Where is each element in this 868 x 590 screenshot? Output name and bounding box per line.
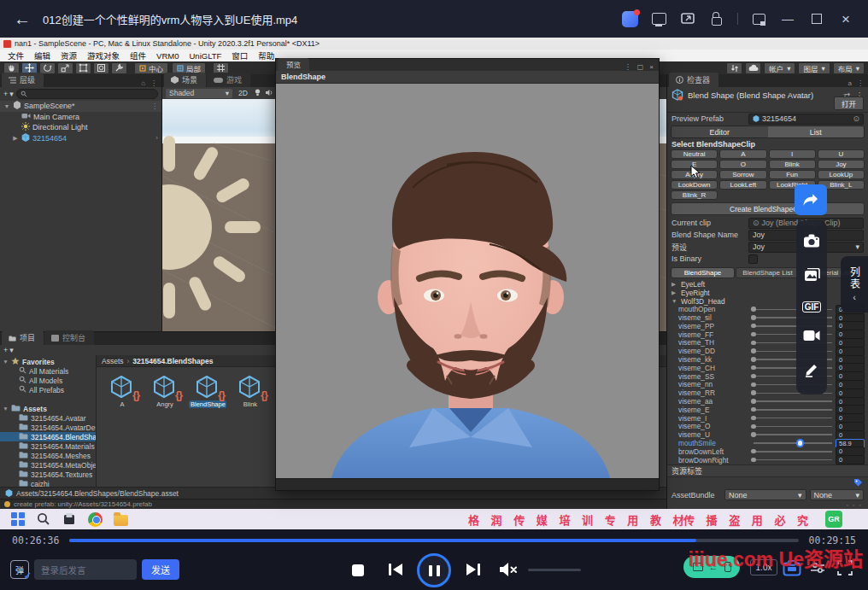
taskbar-search-icon[interactable] [37, 512, 51, 527]
explorer-icon[interactable] [114, 515, 128, 526]
breadcrumb-root[interactable]: Assets [102, 357, 124, 365]
slider-handle[interactable] [751, 399, 756, 404]
clip-button-a[interactable]: A [719, 149, 766, 159]
pause-button[interactable] [417, 553, 451, 587]
footer-icon[interactable]: ▫ [859, 502, 861, 508]
slider-handle[interactable] [751, 332, 756, 337]
seek-bar[interactable] [69, 539, 798, 542]
expand-arrow-icon[interactable]: ▶ [672, 289, 677, 296]
favorite-item-1[interactable]: All Models [0, 376, 96, 385]
cloud-icon[interactable] [745, 62, 761, 74]
mini-player-icon[interactable] [750, 10, 767, 27]
menu-item-7[interactable]: 窗口 [227, 50, 252, 61]
hierarchy-item-3[interactable]: ▶32154654› [0, 133, 161, 144]
slider-handle[interactable] [751, 390, 756, 395]
menu-item-3[interactable]: 游戏对象 [83, 50, 124, 61]
folder-item-4[interactable]: 32154654.Meshes [0, 451, 96, 460]
slider-handle[interactable] [751, 315, 756, 320]
collab-icon[interactable] [726, 62, 742, 74]
menu-item-1[interactable]: 编辑 [30, 50, 55, 61]
expand-arrow-icon[interactable]: ▼ [672, 298, 677, 304]
gif-record-icon[interactable]: GIF [802, 301, 822, 313]
minimize-icon[interactable]: — [779, 10, 796, 27]
2d-toggle[interactable]: 2D [236, 89, 250, 97]
assistant-icon[interactable] [622, 11, 638, 27]
transform-tool-icon[interactable] [93, 62, 109, 74]
rect-tool-icon[interactable] [75, 62, 91, 74]
slider-handle[interactable] [751, 424, 756, 429]
asset-tile-a[interactable]: {}A [105, 374, 139, 408]
avatar-preview[interactable] [276, 84, 659, 478]
shading-mode-dropdown[interactable]: Shaded ▾ [166, 89, 232, 98]
slider-handle[interactable] [751, 432, 756, 437]
expand-arrow-icon[interactable]: ▼ [3, 359, 9, 365]
folder-item-3[interactable]: 32154654.Materials [0, 441, 96, 451]
slider-handle[interactable] [751, 407, 756, 412]
tab-inspector[interactable]: 检查器 [669, 73, 718, 87]
menu-item-0[interactable]: 文件 [3, 50, 28, 61]
capture-frame-button[interactable] [783, 558, 801, 577]
video-record-icon[interactable] [803, 330, 820, 345]
assetbundle-variant-dropdown[interactable]: None ▾ [810, 489, 864, 500]
expand-arrow-icon[interactable]: ▼ [3, 103, 10, 109]
clip-button-i[interactable]: I [769, 149, 816, 159]
list-tab-1[interactable]: BlendShape List [736, 267, 800, 278]
windows-start-icon[interactable] [11, 512, 26, 527]
clip-button-lookdown[interactable]: LookDown [671, 180, 718, 190]
window-close-icon[interactable]: × [649, 63, 654, 71]
object-picker-icon[interactable]: ⊙ [853, 114, 859, 123]
panel-menu-icon[interactable]: ⋮ [150, 79, 157, 87]
slider-track[interactable] [754, 451, 832, 453]
slider-track[interactable] [754, 459, 832, 461]
camera-icon[interactable] [803, 234, 820, 251]
slider-track[interactable] [754, 426, 832, 428]
scene-lighting-icon[interactable] [254, 88, 261, 98]
tab-preview[interactable]: 预览 [278, 58, 309, 71]
favorites-root[interactable]: ▼Favorites [0, 357, 96, 366]
mode-tab-editor[interactable]: Editor [672, 126, 768, 137]
footer-icon[interactable]: ▫ [853, 502, 854, 508]
label-tag-icon[interactable] [853, 478, 863, 488]
stop-button[interactable] [352, 564, 364, 576]
favorite-item-2[interactable]: All Prefabs [0, 385, 96, 394]
slider-handle[interactable] [798, 441, 803, 446]
pivot-toggle-button[interactable]: 中心 [134, 62, 168, 74]
slider-track[interactable] [754, 418, 832, 419]
tab-hierarchy[interactable]: 层级 [2, 73, 44, 87]
taskbar-app-icon[interactable] [62, 512, 77, 527]
expand-arrow-icon[interactable]: ▶ [12, 135, 19, 142]
tab-project[interactable]: 项目 [2, 330, 44, 345]
tree-spacer[interactable] [0, 394, 96, 404]
asset-tile-angry[interactable]: {}Angry [148, 374, 182, 408]
layers-dropdown[interactable]: 图层▾ [798, 62, 830, 74]
clip-button-fun[interactable]: Fun [769, 170, 816, 179]
slider-track[interactable] [754, 434, 832, 435]
close-icon[interactable]: × [837, 10, 854, 27]
asset-tile-blendshape[interactable]: {}BlendShape [191, 374, 225, 408]
menu-item-5[interactable]: VRM0 [152, 51, 183, 61]
danmaku-toggle[interactable]: 弹 ✓ [10, 560, 29, 579]
assets-root[interactable]: ▼Assets [0, 404, 96, 413]
previous-button[interactable] [387, 562, 404, 577]
menu-item-6[interactable]: UniGLTF [185, 51, 226, 61]
fullscreen-button[interactable] [836, 558, 854, 577]
folder-item-2[interactable]: 32154654.BlendShapes [0, 432, 96, 441]
danmaku-input[interactable]: 登录后发言 [34, 559, 137, 580]
inspector-lock-icon[interactable]: a [848, 79, 852, 87]
slider-track[interactable] [754, 442, 832, 444]
create-clip-button[interactable]: Create BlendShapeClip [671, 202, 865, 215]
slider-handle[interactable] [751, 374, 756, 379]
clip-button-lookleft[interactable]: LookLeft [719, 180, 766, 190]
menu-item-2[interactable]: 资源 [56, 50, 81, 61]
project-create-button[interactable]: +▾ [3, 346, 14, 354]
slider-handle[interactable] [751, 341, 756, 346]
slider-handle[interactable] [751, 383, 756, 388]
hierarchy-item-2[interactable]: Directional Light [0, 122, 161, 133]
layout-dropdown[interactable]: 布局▾ [833, 62, 865, 74]
video-content[interactable]: nan1 - SampleScene - PC, Mac & Linux Sta… [0, 38, 868, 529]
send-button[interactable]: 发送 [142, 559, 179, 580]
scale-tool-icon[interactable] [57, 62, 73, 74]
slider-handle[interactable] [751, 324, 756, 329]
slider-handle[interactable] [751, 357, 756, 362]
clip-button-blink_r[interactable]: Blink_R [671, 190, 718, 200]
